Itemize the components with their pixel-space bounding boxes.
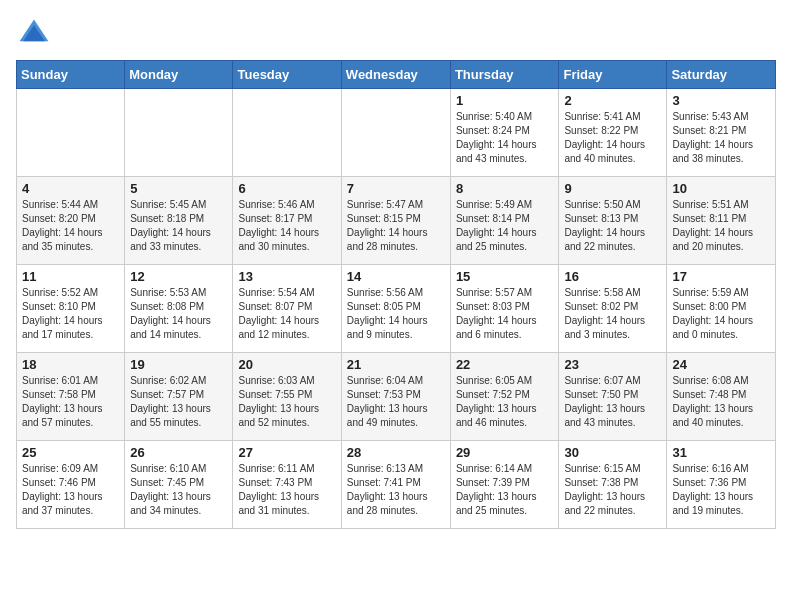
day-cell: 11Sunrise: 5:52 AM Sunset: 8:10 PM Dayli…	[17, 265, 125, 353]
day-cell: 16Sunrise: 5:58 AM Sunset: 8:02 PM Dayli…	[559, 265, 667, 353]
day-number: 21	[347, 357, 445, 372]
day-number: 12	[130, 269, 227, 284]
logo-icon	[16, 16, 52, 52]
day-number: 6	[238, 181, 335, 196]
day-info: Sunrise: 6:05 AM Sunset: 7:52 PM Dayligh…	[456, 374, 554, 430]
day-cell: 17Sunrise: 5:59 AM Sunset: 8:00 PM Dayli…	[667, 265, 776, 353]
header-friday: Friday	[559, 61, 667, 89]
day-number: 16	[564, 269, 661, 284]
day-cell: 19Sunrise: 6:02 AM Sunset: 7:57 PM Dayli…	[125, 353, 233, 441]
day-info: Sunrise: 6:07 AM Sunset: 7:50 PM Dayligh…	[564, 374, 661, 430]
day-info: Sunrise: 5:50 AM Sunset: 8:13 PM Dayligh…	[564, 198, 661, 254]
day-cell: 15Sunrise: 5:57 AM Sunset: 8:03 PM Dayli…	[450, 265, 559, 353]
header-row: SundayMondayTuesdayWednesdayThursdayFrid…	[17, 61, 776, 89]
page-header	[16, 16, 776, 52]
day-cell: 28Sunrise: 6:13 AM Sunset: 7:41 PM Dayli…	[341, 441, 450, 529]
day-info: Sunrise: 5:45 AM Sunset: 8:18 PM Dayligh…	[130, 198, 227, 254]
day-info: Sunrise: 5:43 AM Sunset: 8:21 PM Dayligh…	[672, 110, 770, 166]
header-monday: Monday	[125, 61, 233, 89]
day-number: 23	[564, 357, 661, 372]
day-info: Sunrise: 5:56 AM Sunset: 8:05 PM Dayligh…	[347, 286, 445, 342]
day-number: 19	[130, 357, 227, 372]
day-cell: 29Sunrise: 6:14 AM Sunset: 7:39 PM Dayli…	[450, 441, 559, 529]
day-number: 3	[672, 93, 770, 108]
day-cell: 12Sunrise: 5:53 AM Sunset: 8:08 PM Dayli…	[125, 265, 233, 353]
day-info: Sunrise: 5:44 AM Sunset: 8:20 PM Dayligh…	[22, 198, 119, 254]
day-number: 11	[22, 269, 119, 284]
day-info: Sunrise: 5:40 AM Sunset: 8:24 PM Dayligh…	[456, 110, 554, 166]
day-info: Sunrise: 6:03 AM Sunset: 7:55 PM Dayligh…	[238, 374, 335, 430]
day-info: Sunrise: 5:52 AM Sunset: 8:10 PM Dayligh…	[22, 286, 119, 342]
day-info: Sunrise: 5:46 AM Sunset: 8:17 PM Dayligh…	[238, 198, 335, 254]
day-cell: 10Sunrise: 5:51 AM Sunset: 8:11 PM Dayli…	[667, 177, 776, 265]
day-info: Sunrise: 5:54 AM Sunset: 8:07 PM Dayligh…	[238, 286, 335, 342]
day-info: Sunrise: 5:53 AM Sunset: 8:08 PM Dayligh…	[130, 286, 227, 342]
day-number: 1	[456, 93, 554, 108]
day-number: 10	[672, 181, 770, 196]
day-cell: 31Sunrise: 6:16 AM Sunset: 7:36 PM Dayli…	[667, 441, 776, 529]
day-cell	[125, 89, 233, 177]
day-info: Sunrise: 6:10 AM Sunset: 7:45 PM Dayligh…	[130, 462, 227, 518]
calendar-table: SundayMondayTuesdayWednesdayThursdayFrid…	[16, 60, 776, 529]
day-number: 5	[130, 181, 227, 196]
day-cell: 5Sunrise: 5:45 AM Sunset: 8:18 PM Daylig…	[125, 177, 233, 265]
header-thursday: Thursday	[450, 61, 559, 89]
day-cell: 30Sunrise: 6:15 AM Sunset: 7:38 PM Dayli…	[559, 441, 667, 529]
header-saturday: Saturday	[667, 61, 776, 89]
day-info: Sunrise: 6:08 AM Sunset: 7:48 PM Dayligh…	[672, 374, 770, 430]
day-number: 4	[22, 181, 119, 196]
day-number: 24	[672, 357, 770, 372]
day-info: Sunrise: 6:02 AM Sunset: 7:57 PM Dayligh…	[130, 374, 227, 430]
day-number: 20	[238, 357, 335, 372]
day-cell: 26Sunrise: 6:10 AM Sunset: 7:45 PM Dayli…	[125, 441, 233, 529]
day-number: 26	[130, 445, 227, 460]
day-cell: 1Sunrise: 5:40 AM Sunset: 8:24 PM Daylig…	[450, 89, 559, 177]
day-number: 27	[238, 445, 335, 460]
day-cell	[233, 89, 341, 177]
day-number: 14	[347, 269, 445, 284]
day-info: Sunrise: 5:49 AM Sunset: 8:14 PM Dayligh…	[456, 198, 554, 254]
week-row-4: 18Sunrise: 6:01 AM Sunset: 7:58 PM Dayli…	[17, 353, 776, 441]
day-info: Sunrise: 6:13 AM Sunset: 7:41 PM Dayligh…	[347, 462, 445, 518]
day-info: Sunrise: 6:14 AM Sunset: 7:39 PM Dayligh…	[456, 462, 554, 518]
day-info: Sunrise: 5:59 AM Sunset: 8:00 PM Dayligh…	[672, 286, 770, 342]
header-sunday: Sunday	[17, 61, 125, 89]
day-number: 7	[347, 181, 445, 196]
day-cell: 3Sunrise: 5:43 AM Sunset: 8:21 PM Daylig…	[667, 89, 776, 177]
day-cell: 24Sunrise: 6:08 AM Sunset: 7:48 PM Dayli…	[667, 353, 776, 441]
day-cell: 13Sunrise: 5:54 AM Sunset: 8:07 PM Dayli…	[233, 265, 341, 353]
week-row-1: 1Sunrise: 5:40 AM Sunset: 8:24 PM Daylig…	[17, 89, 776, 177]
day-cell	[341, 89, 450, 177]
day-cell: 20Sunrise: 6:03 AM Sunset: 7:55 PM Dayli…	[233, 353, 341, 441]
day-cell: 2Sunrise: 5:41 AM Sunset: 8:22 PM Daylig…	[559, 89, 667, 177]
day-info: Sunrise: 6:16 AM Sunset: 7:36 PM Dayligh…	[672, 462, 770, 518]
day-info: Sunrise: 6:11 AM Sunset: 7:43 PM Dayligh…	[238, 462, 335, 518]
day-cell: 4Sunrise: 5:44 AM Sunset: 8:20 PM Daylig…	[17, 177, 125, 265]
week-row-2: 4Sunrise: 5:44 AM Sunset: 8:20 PM Daylig…	[17, 177, 776, 265]
day-info: Sunrise: 5:51 AM Sunset: 8:11 PM Dayligh…	[672, 198, 770, 254]
day-cell: 14Sunrise: 5:56 AM Sunset: 8:05 PM Dayli…	[341, 265, 450, 353]
day-number: 2	[564, 93, 661, 108]
day-number: 31	[672, 445, 770, 460]
day-info: Sunrise: 6:04 AM Sunset: 7:53 PM Dayligh…	[347, 374, 445, 430]
day-number: 8	[456, 181, 554, 196]
day-info: Sunrise: 6:15 AM Sunset: 7:38 PM Dayligh…	[564, 462, 661, 518]
header-tuesday: Tuesday	[233, 61, 341, 89]
day-info: Sunrise: 5:41 AM Sunset: 8:22 PM Dayligh…	[564, 110, 661, 166]
week-row-3: 11Sunrise: 5:52 AM Sunset: 8:10 PM Dayli…	[17, 265, 776, 353]
day-cell: 22Sunrise: 6:05 AM Sunset: 7:52 PM Dayli…	[450, 353, 559, 441]
day-cell: 25Sunrise: 6:09 AM Sunset: 7:46 PM Dayli…	[17, 441, 125, 529]
logo	[16, 16, 56, 52]
day-cell: 9Sunrise: 5:50 AM Sunset: 8:13 PM Daylig…	[559, 177, 667, 265]
day-number: 9	[564, 181, 661, 196]
header-wednesday: Wednesday	[341, 61, 450, 89]
day-cell: 27Sunrise: 6:11 AM Sunset: 7:43 PM Dayli…	[233, 441, 341, 529]
day-cell: 7Sunrise: 5:47 AM Sunset: 8:15 PM Daylig…	[341, 177, 450, 265]
day-number: 29	[456, 445, 554, 460]
day-info: Sunrise: 6:01 AM Sunset: 7:58 PM Dayligh…	[22, 374, 119, 430]
day-info: Sunrise: 5:57 AM Sunset: 8:03 PM Dayligh…	[456, 286, 554, 342]
day-cell: 6Sunrise: 5:46 AM Sunset: 8:17 PM Daylig…	[233, 177, 341, 265]
day-number: 15	[456, 269, 554, 284]
week-row-5: 25Sunrise: 6:09 AM Sunset: 7:46 PM Dayli…	[17, 441, 776, 529]
day-number: 22	[456, 357, 554, 372]
